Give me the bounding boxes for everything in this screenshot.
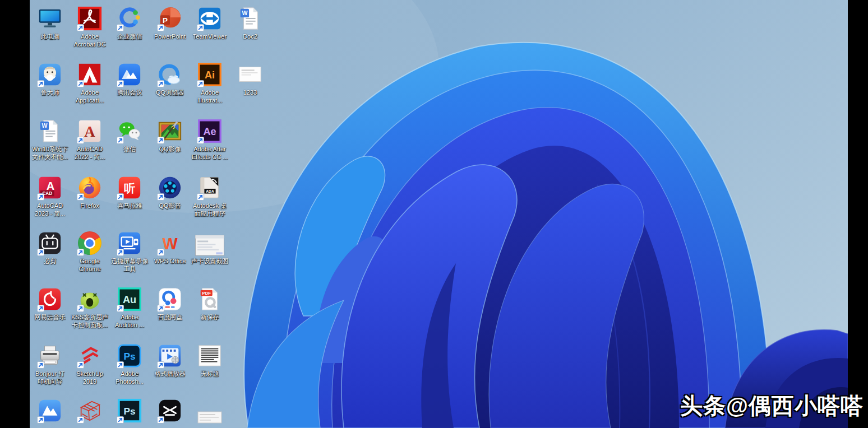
icon-label: KSS客所思声卡控制面板... <box>68 314 111 329</box>
capcut-icon <box>149 397 191 424</box>
icon-label-line: Effects CC ... <box>188 153 231 161</box>
desktop-icon-bonjour-printer-wizard[interactable]: Bonjour 打印机向导 <box>30 342 71 385</box>
desktop-icon-win10-doc[interactable]: WWin10系统下文件夹不能... <box>30 117 71 161</box>
icon-label: WPS Office <box>149 258 191 266</box>
icon-label: QQ浏览器 <box>149 89 191 97</box>
desktop-icon-netease-music[interactable]: 网易云音乐 <box>30 285 71 322</box>
desktop-icon-ximalaya[interactable]: 听喜马拉雅 <box>108 174 151 210</box>
icon-label-line: 面应用程序 <box>188 210 231 218</box>
desktop-icon-autocad-2022[interactable]: AAutoCAD2022 - 简... <box>68 117 111 161</box>
icon-label-line: 此电脑 <box>30 33 71 41</box>
desktop-icon-adobe-photoshop[interactable]: PsAdobePhotosh... <box>108 342 151 385</box>
desktop-icon-baidu-netdisk[interactable]: 百度网盘 <box>149 285 191 322</box>
svg-text:Ps: Ps <box>123 406 135 417</box>
icon-label-line: 鲁大师 <box>30 89 71 97</box>
icon-label-line: 网易云音乐 <box>30 314 71 322</box>
desktop-icon-adobe-audition[interactable]: AuAdobeAudition ... <box>108 285 151 329</box>
desktop-icon-wechat[interactable]: 微信 <box>108 117 151 153</box>
desktop-icon-adobe-illustrator[interactable]: AiAdobeIllustrat... <box>188 61 231 104</box>
icon-label-line: QQ影像 <box>149 146 191 153</box>
desktop-icon-adobe-acrobat-dc[interactable]: AdobeAcrobat DC <box>68 4 111 48</box>
desktop-icon-this-pc[interactable]: 此电脑 <box>30 4 71 41</box>
icon-label: AutoCAD2023 - 简... <box>30 202 71 217</box>
desktop-icon-new-save-pdf[interactable]: PDF新保存 <box>188 285 231 322</box>
shortcut-arrow-icon <box>37 248 44 255</box>
desktop-icon-qq-browser[interactable]: QQ浏览器 <box>149 61 191 97</box>
desktop-icon-qq-image[interactable]: QQ影像 <box>149 117 191 153</box>
bcut-icon <box>30 229 71 256</box>
desktop-icon-adobe-after-effects[interactable]: AeAdobe AfterEffects CC ... <box>188 117 231 161</box>
shortcut-arrow-icon <box>157 24 164 31</box>
icon-label-line: Photosh... <box>108 378 151 386</box>
desktop-icon-google-chrome[interactable]: GoogleChrome <box>68 229 111 273</box>
shortcut-arrow-icon <box>77 80 84 87</box>
desktop-surface[interactable]: 此电脑AdobeAcrobat DC企业微信PPowerPointTeamVie… <box>30 0 848 428</box>
desktop-icon-soundcard-screenshot[interactable]: 声卡设置截图 <box>188 229 231 266</box>
shortcut-arrow-icon <box>77 136 84 143</box>
icon-label-line: Adobe <box>108 314 151 322</box>
new-save-pdf-icon: PDF <box>188 285 231 312</box>
desktop-icon-autocad-2023[interactable]: ACADAutoCAD2023 - 简... <box>30 174 71 217</box>
desktop-icon-kss-soundcard-panel[interactable]: KSS客所思声卡控制面板... <box>68 285 111 329</box>
desktop-icon-screen-recorder[interactable]: 迅捷屏幕录像工具 <box>108 229 151 273</box>
svg-text:A: A <box>47 180 55 192</box>
desktop-icon-wps-office[interactable]: WWPS Office <box>149 229 191 266</box>
icon-label-line: Autodesk 桌 <box>188 202 231 210</box>
icon-label: 百度网盘 <box>149 314 191 322</box>
icon-label-line: 印机向导 <box>30 378 71 386</box>
desktop-icon-wecom[interactable]: 企业微信 <box>108 4 151 41</box>
desktop-icon-teamviewer[interactable]: TeamViewer <box>188 4 231 41</box>
icon-label: QQ影音 <box>149 202 191 210</box>
icon-label-line: Doc2 <box>229 33 271 41</box>
desktop-icon-file-1233[interactable]: 1233 <box>229 61 271 97</box>
icon-label-line: 卡控制面板... <box>68 322 111 329</box>
shortcut-arrow-icon <box>117 361 124 368</box>
desktop-icon-ludashi[interactable]: 鲁大师 <box>30 61 71 97</box>
letterbox-left <box>0 0 30 428</box>
icon-label-line: 迅捷屏幕录像 <box>108 258 151 266</box>
desktop-icon-firefox[interactable]: Firefox <box>68 174 111 210</box>
netease-music-icon <box>30 285 71 312</box>
shortcut-arrow-icon <box>37 80 44 87</box>
desktop-icon-sketchup-2019[interactable]: SketchUp2019 <box>68 342 111 385</box>
desktop-icon-adobe-application[interactable]: AdobeApplicati... <box>68 61 111 104</box>
file-1233-icon <box>229 61 271 87</box>
svg-text:W: W <box>162 235 178 253</box>
icon-label-line: Adobe <box>108 370 151 378</box>
icon-label-line: Google <box>68 258 111 266</box>
icon-label: 迅捷屏幕录像工具 <box>108 258 151 273</box>
desktop-icon-powerpoint[interactable]: PPowerPoint <box>149 4 191 41</box>
desktop-icon-untitled-note[interactable]: 无标题 <box>188 342 231 378</box>
desktop-icon-format-player[interactable]: 格式播放器 <box>149 342 191 378</box>
desktop-icon-bcut[interactable]: 必剪 <box>30 229 71 266</box>
svg-text:Ai: Ai <box>205 69 215 81</box>
desktop-icon-doc2[interactable]: WDoc2 <box>229 4 271 41</box>
doc2-icon: W <box>229 4 271 31</box>
shortcut-arrow-icon <box>157 248 164 255</box>
desktop-icon-qq-player[interactable]: QQ影音 <box>149 174 191 210</box>
shortcut-arrow-icon <box>37 304 44 311</box>
shortcut-arrow-icon <box>157 193 164 200</box>
desktop-icon-small-file-thumb[interactable] <box>188 397 231 424</box>
desktop-icon-cad-drawing[interactable] <box>68 397 111 424</box>
desktop-icon-tencent-meeting[interactable]: 腾讯会议 <box>108 61 151 97</box>
photoshop-cs6-icon: Ps <box>108 397 151 424</box>
icon-label: 企业微信 <box>108 33 151 41</box>
desktop-icon-blue-m-app[interactable] <box>30 397 71 424</box>
blue-m-app-icon <box>30 397 71 424</box>
desktop-icon-capcut[interactable] <box>149 397 191 424</box>
icon-label: AutoCAD2022 - 简... <box>68 146 111 161</box>
shortcut-arrow-icon <box>117 304 124 311</box>
icon-label-line: AutoCAD <box>30 202 71 210</box>
icon-label: 微信 <box>108 146 151 153</box>
desktop-icon-photoshop-cs6[interactable]: Ps <box>108 397 151 424</box>
shortcut-arrow-icon <box>197 24 204 31</box>
icon-label: Firefox <box>68 202 111 210</box>
desktop-icon-autodesk-desktop-app[interactable]: ADAAutodesk 桌面应用程序 <box>188 174 231 217</box>
shortcut-arrow-icon <box>77 304 84 311</box>
shortcut-arrow-icon <box>77 24 84 31</box>
icon-label-line: Audition ... <box>108 322 151 329</box>
letterbox-right <box>848 0 868 428</box>
shortcut-arrow-icon <box>157 361 164 368</box>
autocad-2023-icon: ACAD <box>30 174 71 201</box>
